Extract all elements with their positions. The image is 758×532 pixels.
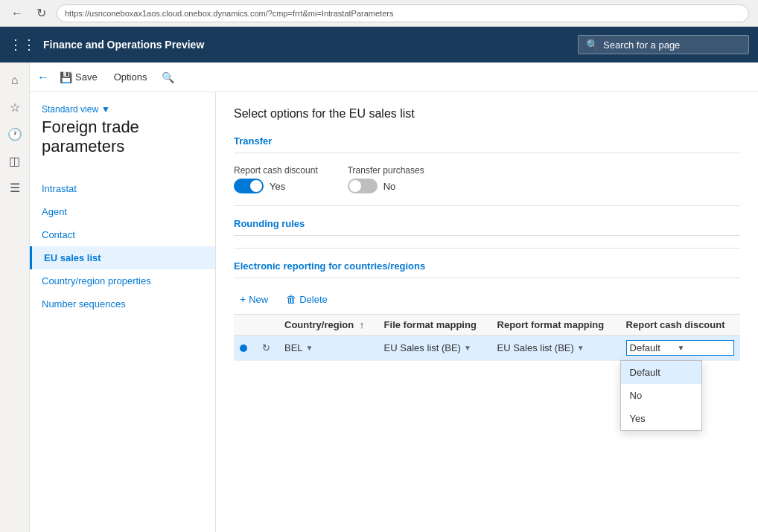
report-format-chevron-icon[interactable]: ▼: [577, 344, 585, 352]
table-row: ↻ BEL ▼ EU Sales list (BE): [234, 336, 740, 361]
th-report-format: Report format mapping: [491, 315, 620, 336]
report-cash-input[interactable]: [630, 342, 675, 353]
country-value: BEL: [284, 342, 303, 353]
dropdown-option-yes[interactable]: Yes: [621, 407, 701, 430]
sidebar-item-agent[interactable]: Agent: [30, 200, 215, 223]
sidebar-item-contact-label: Contact: [42, 229, 75, 240]
back-nav-button[interactable]: ←: [37, 71, 49, 84]
td-refresh: ↻: [256, 336, 278, 361]
app-header: ⋮⋮ Finance and Operations Preview 🔍 Sear…: [0, 27, 758, 63]
content-area: ← 💾 Save Options 🔍 Standard view ▼ Forei…: [30, 63, 758, 532]
dropdown-option-no[interactable]: No: [621, 384, 701, 407]
electronic-reporting-header: Electronic reporting for countries/regio…: [234, 260, 740, 278]
transfer-fields-row: Report cash discount Yes Transfer purcha…: [234, 165, 740, 193]
transfer-purchases-toggle[interactable]: [348, 179, 378, 193]
dropdown-option-yes-label: Yes: [630, 413, 646, 424]
th-file-format: File format mapping: [378, 315, 491, 336]
report-cash-discount-field: Report cash discount Yes: [234, 165, 318, 193]
star-icon[interactable]: ☆: [3, 95, 27, 119]
refresh-button[interactable]: ↻: [33, 5, 49, 22]
report-cash-dropdown-input[interactable]: ▼: [626, 340, 734, 356]
sidebar-item-agent-label: Agent: [42, 206, 67, 217]
toggle-thumb-2: [349, 180, 361, 192]
td-file-format: EU Sales list (BE) ▼: [378, 336, 491, 361]
section-title: Select options for the EU sales list: [234, 107, 740, 121]
save-label: Save: [75, 71, 98, 83]
th-refresh: [256, 315, 278, 336]
sidebar-icons: ⌂ ☆ 🕐 ◫ ☰: [0, 63, 30, 532]
transfer-purchases-field: Transfer purchases No: [348, 165, 424, 193]
delete-icon: 🗑: [286, 293, 296, 305]
list-icon[interactable]: ☰: [3, 176, 27, 199]
transfer-purchases-label: Transfer purchases: [348, 165, 424, 176]
td-radio: [234, 336, 256, 361]
file-format-value: EU Sales list (BE): [384, 342, 461, 353]
td-report-cash[interactable]: ▼ Default No: [620, 336, 740, 361]
options-label: Options: [114, 71, 147, 83]
th-report-format-label: Report format mapping: [497, 319, 605, 330]
sidebar-item-country-region[interactable]: Country/region properties: [30, 269, 215, 292]
global-search[interactable]: 🔍 Search for a page: [578, 35, 749, 54]
chevron-down-icon: ▼: [101, 104, 110, 115]
delete-label: Delete: [299, 294, 328, 305]
command-search-button[interactable]: 🔍: [157, 67, 178, 88]
transfer-purchases-toggle-container: No: [348, 179, 424, 193]
sidebar-item-contact[interactable]: Contact: [30, 223, 215, 246]
recent-icon[interactable]: 🕐: [3, 122, 27, 146]
refresh-row-icon[interactable]: ↻: [262, 342, 270, 353]
workspace-icon[interactable]: ◫: [3, 149, 27, 173]
delete-button[interactable]: 🗑 Delete: [280, 290, 334, 308]
th-country-region: Country/region ↑: [278, 315, 378, 336]
standard-view-label: Standard view: [42, 104, 98, 115]
address-bar[interactable]: https://usnconeboxax1aos.cloud.onebox.dy…: [57, 4, 749, 22]
save-button[interactable]: 💾 Save: [54, 68, 103, 86]
new-label: New: [249, 294, 268, 305]
sidebar-item-number-sequences-label: Number sequences: [42, 298, 126, 310]
left-nav: Standard view ▼ Foreign trade parameters…: [30, 92, 216, 532]
divider-2: [234, 248, 740, 249]
search-placeholder: Search for a page: [603, 39, 680, 51]
sidebar-item-number-sequences[interactable]: Number sequences: [30, 292, 215, 315]
sidebar-item-intrastat-label: Intrastat: [42, 183, 77, 194]
report-cash-dropdown-popup: Default No Yes: [620, 360, 702, 431]
th-report-cash-label: Report cash discount: [626, 319, 725, 330]
th-report-cash: Report cash discount: [620, 315, 740, 336]
transfer-purchases-value: No: [383, 181, 396, 192]
file-format-chevron-icon[interactable]: ▼: [464, 344, 471, 352]
th-radio: [234, 315, 256, 336]
sidebar-item-intrastat[interactable]: Intrastat: [30, 177, 215, 200]
url-text: https://usnconeboxax1aos.cloud.onebox.dy…: [65, 9, 393, 18]
page-header-area: Standard view ▼ Foreign trade parameters: [30, 104, 215, 177]
options-button[interactable]: Options: [108, 68, 153, 86]
new-button[interactable]: + New: [234, 290, 274, 308]
divider-1: [234, 205, 740, 206]
th-file-format-label: File format mapping: [384, 319, 477, 330]
report-format-select-cell: EU Sales list (BE) ▼: [497, 342, 614, 353]
back-button[interactable]: ←: [9, 5, 25, 22]
grid-icon[interactable]: ⋮⋮: [9, 36, 36, 53]
home-icon[interactable]: ⌂: [3, 68, 27, 92]
table-header-row: Country/region ↑ File format mapping Rep…: [234, 315, 740, 336]
country-chevron-icon[interactable]: ▼: [306, 344, 313, 352]
dropdown-option-default-label: Default: [630, 367, 660, 378]
command-bar: ← 💾 Save Options 🔍: [30, 63, 758, 92]
country-select-cell: BEL ▼: [284, 342, 372, 353]
td-report-format: EU Sales list (BE) ▼: [491, 336, 620, 361]
sidebar-item-country-region-label: Country/region properties: [42, 275, 151, 286]
dropdown-option-default[interactable]: Default: [621, 361, 701, 384]
search-icon: 🔍: [586, 39, 599, 51]
app-title: Finance and Operations Preview: [43, 39, 570, 51]
report-cash-chevron-icon[interactable]: ▼: [678, 344, 685, 352]
sort-icon[interactable]: ↑: [360, 319, 365, 330]
report-cash-discount-toggle-container: Yes: [234, 179, 318, 193]
file-format-select-cell: EU Sales list (BE) ▼: [384, 342, 485, 353]
save-icon: 💾: [60, 71, 72, 83]
rounding-rules-header: Rounding rules: [234, 218, 740, 236]
page-content: Standard view ▼ Foreign trade parameters…: [30, 92, 758, 532]
report-cash-discount-toggle[interactable]: [234, 179, 264, 193]
report-cash-discount-value: Yes: [270, 181, 285, 192]
standard-view-selector[interactable]: Standard view ▼: [42, 104, 203, 115]
report-format-value: EU Sales list (BE): [497, 342, 574, 353]
td-country: BEL ▼: [278, 336, 378, 361]
sidebar-item-eu-sales-list[interactable]: EU sales list: [30, 246, 215, 269]
